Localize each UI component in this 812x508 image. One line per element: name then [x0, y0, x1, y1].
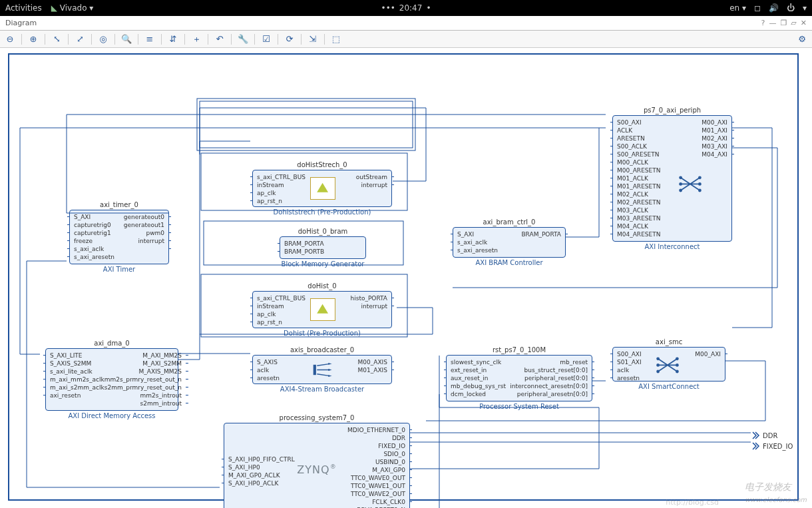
port[interactable]: S00_ARESETN	[617, 150, 660, 158]
port[interactable]: capturetrig0	[74, 221, 114, 229]
power-icon[interactable]: ⏻	[787, 3, 795, 13]
ext-port-ddr[interactable]: DDR	[752, 431, 777, 439]
port[interactable]: interconnect_aresetn[0:0]	[510, 382, 588, 390]
port[interactable]: M_AXI_GP0	[347, 466, 405, 474]
app-menu[interactable]: ◣ Vivado ▾	[51, 3, 94, 13]
port[interactable]: S_AXI_LITE	[50, 352, 104, 360]
port[interactable]: inStream	[257, 302, 305, 310]
auto-fit-button[interactable]: ◎	[97, 33, 109, 45]
port[interactable]: M04_ARESETN	[617, 230, 660, 238]
port[interactable]: mm2s_introut	[104, 391, 182, 399]
block-dohiststrech[interactable]: doHistStrech_0 s_axi_CTRL_BUSinStreamap_…	[252, 161, 392, 216]
port[interactable]: M_AXIS_MM2S	[104, 368, 182, 376]
port[interactable]: SDIO_0	[347, 450, 405, 458]
help-icon[interactable]: ?	[761, 19, 765, 27]
activities-button[interactable]: Activities	[5, 3, 42, 13]
block-zynq-ps7[interactable]: processing_system7_0 S_AXI_HP0_FIFO_CTRL…	[224, 414, 410, 508]
port[interactable]: FCLK_CLK0	[347, 498, 405, 506]
port[interactable]: s2mm_prmry_reset_out_n	[104, 383, 182, 391]
port[interactable]: ap_clk	[257, 310, 305, 318]
block-axi-interconnect[interactable]: ps7_0_axi_periph S00_AXIACLKARESETNS00_A…	[612, 107, 732, 250]
zoom-fit-button[interactable]: ⤡	[51, 33, 63, 45]
block-bram-ctrl[interactable]: axi_bram_ctrl_0 S_AXIs_axi_aclks_axi_are…	[453, 218, 566, 266]
port[interactable]: s_axi_aresetn	[457, 246, 498, 254]
zoom-in-button[interactable]: ⊕	[27, 33, 39, 45]
block-axi-dma[interactable]: axi_dma_0 S_AXI_LITES_AXIS_S2MMs_axi_lit…	[45, 340, 178, 419]
port[interactable]: S_AXI_HP0_ACLK	[228, 479, 295, 487]
port[interactable]: TTC0_WAVE2_OUT	[347, 490, 405, 498]
block-design-canvas[interactable]: axi_timer_0 S_AXIcapturetrig0capturetrig…	[0, 48, 812, 508]
port[interactable]: peripheral_reset[0:0]	[510, 374, 588, 382]
port[interactable]: M01_AXIS	[358, 366, 387, 374]
validate-button[interactable]: ☑	[260, 33, 272, 45]
port[interactable]: M_AXI_S2MM	[104, 360, 182, 368]
port[interactable]: S_AXIS_S2MM	[50, 360, 104, 368]
volume-icon[interactable]: 🔊	[769, 3, 779, 13]
port[interactable]: MDIO_ETHERNET_0	[347, 426, 405, 434]
port[interactable]: M04_AXI	[702, 150, 727, 158]
port[interactable]: S00_ACLK	[617, 142, 660, 150]
port[interactable]: aresetn	[257, 374, 280, 382]
restore-icon[interactable]: ❐	[780, 19, 787, 27]
port[interactable]: TTC0_WAVE1_OUT	[347, 482, 405, 490]
port[interactable]: M00_ARESETN	[617, 166, 660, 174]
port[interactable]: M00_ACLK	[617, 158, 660, 166]
port[interactable]: M03_AXI	[702, 142, 727, 150]
zoom-out-button[interactable]: ⊖	[4, 33, 16, 45]
regenerate-button[interactable]: ⟳	[284, 33, 296, 45]
settings-button[interactable]: ⚙	[796, 33, 808, 45]
add-ip-button[interactable]: ＋	[190, 33, 202, 45]
port[interactable]: bus_struct_reset[0:0]	[510, 366, 588, 374]
port[interactable]: M04_ACLK	[617, 222, 660, 230]
port[interactable]: axi_resetn	[50, 391, 104, 399]
port[interactable]: S_AXI_HP0	[228, 463, 295, 471]
port[interactable]: pwm0	[124, 229, 164, 237]
customize-button[interactable]: 🔧	[237, 33, 249, 45]
port[interactable]: s2mm_introut	[104, 399, 182, 407]
block-broadcaster[interactable]: axis_broadcaster_0 S_AXISaclkaresetnM00_…	[252, 346, 392, 393]
block-dohist-bram[interactable]: doHist_0_bram BRAM_PORTABRAM_PORTB Block…	[280, 228, 366, 268]
port[interactable]: M01_ACLK	[617, 174, 660, 182]
port[interactable]: histo_PORTA	[351, 294, 388, 302]
port[interactable]: ap_rst_n	[257, 197, 305, 205]
port[interactable]: S01_AXI	[617, 358, 642, 366]
port[interactable]: M02_ARESETN	[617, 198, 660, 206]
port[interactable]: ap_rst_n	[257, 318, 305, 326]
port[interactable]: m_axi_mm2s_aclk	[50, 376, 104, 383]
port[interactable]: S_AXI	[74, 213, 114, 221]
port[interactable]: aux_reset_in	[451, 374, 506, 382]
port[interactable]: interrupt	[351, 302, 388, 310]
port[interactable]: M00_AXI	[702, 119, 727, 127]
port[interactable]: dcm_locked	[451, 390, 506, 398]
port[interactable]: outStream	[356, 173, 387, 181]
port[interactable]: M03_ACLK	[617, 206, 660, 214]
port[interactable]: DDR	[347, 434, 405, 442]
port[interactable]: freeze	[74, 237, 114, 245]
port[interactable]: M_AXI_GP0_ACLK	[228, 471, 295, 479]
port[interactable]: m_axi_s2mm_aclk	[50, 383, 104, 391]
port[interactable]: S_AXIS	[257, 358, 280, 366]
port[interactable]: S00_AXI	[617, 119, 660, 127]
port[interactable]: s_axi_CTRL_BUS	[257, 173, 305, 181]
port[interactable]: S00_AXI	[617, 350, 642, 358]
port[interactable]: S_AXI_HP0_FIFO_CTRL	[228, 455, 295, 463]
port[interactable]: aclk	[257, 366, 280, 374]
block-proc-sys-reset[interactable]: rst_ps7_0_100M slowest_sync_clkext_reset…	[446, 346, 592, 410]
clock[interactable]: ••• 20:47 •	[381, 3, 431, 13]
port[interactable]: slowest_sync_clk	[451, 358, 506, 366]
layers-button[interactable]: ≡	[144, 33, 156, 45]
port[interactable]: interrupt	[356, 181, 387, 189]
port[interactable]: s_axi_CTRL_BUS	[257, 294, 305, 302]
port[interactable]: M01_ARESETN	[617, 182, 660, 190]
maximize-icon[interactable]: ▱	[791, 19, 796, 27]
port[interactable]: ext_reset_in	[451, 366, 506, 374]
close-icon[interactable]: ✕	[801, 19, 807, 27]
port[interactable]: M_AXI_MM2S	[104, 352, 182, 360]
block-axi-smartconnect[interactable]: axi_smc S00_AXIS01_AXIaclkaresetnM00_AXI…	[612, 338, 725, 390]
block-dohist[interactable]: doHist_0 s_axi_CTRL_BUSinStreamap_clkap_…	[252, 282, 392, 337]
port[interactable]: M02_AXI	[702, 134, 727, 142]
port[interactable]: aresetn	[617, 374, 642, 382]
port[interactable]: TTC0_WAVE0_OUT	[347, 474, 405, 482]
port[interactable]: generateout1	[124, 221, 164, 229]
port[interactable]: peripheral_aresetn[0:0]	[510, 390, 588, 398]
